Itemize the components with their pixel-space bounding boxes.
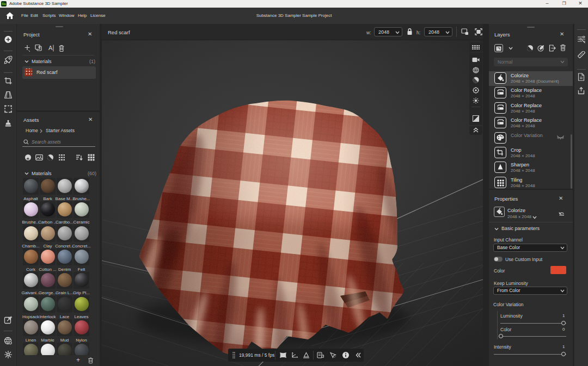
svg-text:A: A — [48, 45, 53, 51]
